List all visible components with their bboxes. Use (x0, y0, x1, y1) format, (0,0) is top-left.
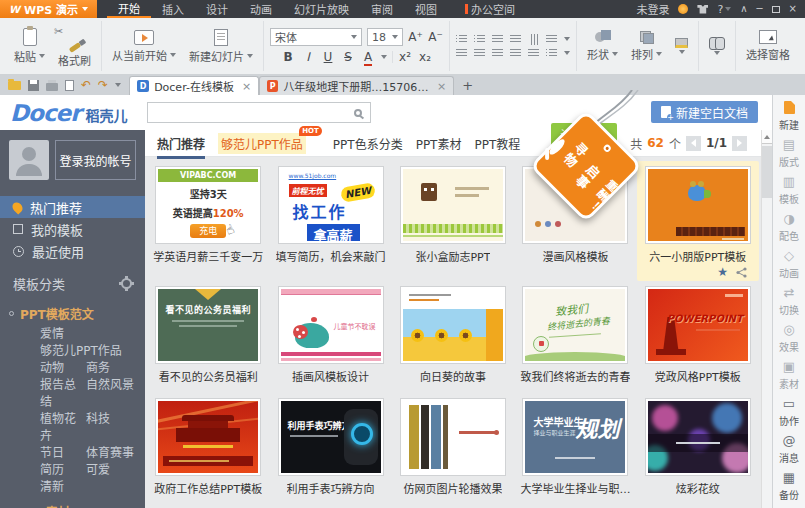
font-size-select[interactable]: 18 (367, 28, 403, 46)
menu-office-space[interactable]: 办公空间 (454, 0, 526, 18)
menu-insert[interactable]: 插入 (151, 0, 195, 18)
category-nature[interactable]: 自然风景 (86, 377, 134, 411)
menu-animation[interactable]: 动画 (239, 0, 283, 18)
panel-item-template[interactable]: ▥模板 (779, 175, 799, 209)
play-from-current-button[interactable]: 从当前开始 (108, 21, 180, 71)
template-card[interactable]: 漫画风格模板 (514, 161, 636, 281)
subscript-button[interactable]: x₂ (418, 50, 433, 64)
print-preview-icon[interactable] (65, 80, 74, 91)
vertical-scrollbar[interactable] (761, 130, 772, 508)
wps-app-menu-button[interactable]: W WPS 演示 (0, 0, 97, 18)
restore-icon[interactable] (772, 6, 780, 13)
gear-icon[interactable] (121, 278, 132, 289)
tab-docer-online-templates[interactable]: D Docer-在线模板 × (129, 76, 259, 95)
qat-more-icon[interactable] (115, 83, 121, 87)
strikethrough-button[interactable]: S (341, 50, 356, 64)
category-report[interactable]: 报告总结 (40, 377, 86, 411)
line-spacing-icon[interactable] (546, 49, 557, 58)
distribute-icon[interactable] (528, 49, 539, 58)
tab-ppt-assets[interactable]: PPT素材 (416, 135, 462, 152)
tab-goufaner-works[interactable]: 够范儿PPT作品 HOT (218, 133, 306, 154)
favorite-star-icon[interactable]: ★ (717, 266, 728, 278)
category-sports[interactable]: 体育赛事 (86, 445, 134, 462)
template-card[interactable]: 张小盒励志PPT (392, 161, 514, 281)
italic-button[interactable]: I (301, 50, 316, 64)
fill-color-button[interactable] (671, 21, 692, 71)
category-tech[interactable]: 科技 (86, 411, 110, 445)
font-color-button[interactable]: A (361, 50, 376, 64)
align-left-icon[interactable] (456, 49, 467, 58)
align-right-icon[interactable] (492, 49, 503, 58)
sidebar-item-recent[interactable]: 最近使用 (0, 240, 145, 262)
template-card[interactable]: 致我们 终将逝去的青春 致我们终将逝去的青春 (514, 281, 636, 393)
sidebar-group-ppt-templates[interactable]: PPT模板范文 (0, 305, 145, 322)
panel-item-layout[interactable]: ▤版式 (779, 138, 799, 172)
open-folder-icon[interactable] (8, 81, 21, 90)
tab-close-icon[interactable]: × (437, 80, 446, 93)
panel-item-collaborate[interactable]: ▭协作 (779, 397, 799, 431)
category-love[interactable]: 爱情 (40, 326, 145, 343)
sidebar-group-ppt-assets[interactable]: PPT素材 (0, 503, 145, 508)
sidebar-item-my-templates[interactable]: 我的模板 (0, 218, 145, 240)
new-tab-button[interactable]: + (454, 78, 481, 93)
justify-icon[interactable] (510, 49, 521, 58)
template-card[interactable]: POWERPOINT 党政风格PPT模板 (637, 281, 759, 393)
template-card[interactable]: 政府工作总结PPT模板 (147, 393, 269, 505)
menu-design[interactable]: 设计 (195, 0, 239, 18)
text-direction-icon[interactable] (529, 34, 538, 45)
bullet-list-icon[interactable] (456, 35, 467, 44)
category-fresh[interactable]: 清新 (40, 479, 145, 496)
template-card[interactable]: 炫彩花纹 (637, 393, 759, 505)
underline-button[interactable]: U (321, 50, 336, 64)
menu-home[interactable]: 开始 (107, 0, 151, 18)
template-card[interactable]: 向日葵的故事 (392, 281, 514, 393)
find-replace-button[interactable] (705, 21, 729, 71)
arrange-button[interactable]: 排列 (627, 21, 666, 71)
template-card-selected[interactable]: 六一小朋版PPT模板 ★ (637, 161, 759, 281)
new-slide-button[interactable]: 新建幻灯片 (185, 21, 257, 71)
next-page-button[interactable] (732, 136, 747, 151)
menu-slideshow[interactable]: 幻灯片放映 (283, 0, 360, 18)
ad-charge-button[interactable]: 充电 (190, 224, 226, 238)
panel-item-animation[interactable]: ◇动画 (779, 249, 799, 283)
category-resume[interactable]: 简历 (40, 462, 86, 479)
panel-item-backup[interactable]: ▦备份 (779, 471, 799, 505)
category-business[interactable]: 商务 (86, 360, 110, 377)
font-color-dropdown-icon[interactable] (381, 55, 387, 59)
increase-indent-icon[interactable] (510, 35, 521, 44)
grow-font-button[interactable]: A⁺ (408, 30, 423, 44)
tab-close-icon[interactable]: × (242, 80, 251, 93)
save-icon[interactable] (28, 80, 39, 91)
print-icon[interactable] (46, 83, 58, 91)
template-card[interactable]: 儿童节不耽误 插画风模板设计 (269, 281, 391, 393)
panel-item-message[interactable]: @消息 (779, 434, 799, 468)
shrink-font-button[interactable]: A⁻ (428, 30, 443, 44)
undo-icon[interactable]: ↶ (81, 79, 91, 91)
tab-ppt-tutorial[interactable]: PPT教程 (474, 135, 520, 152)
panel-item-new[interactable]: 新建 (779, 101, 799, 135)
login-button[interactable]: 登录我的帐号 (55, 140, 136, 180)
template-card[interactable]: 仿网页图片轮播效果 (392, 393, 514, 505)
scroll-up-icon[interactable] (762, 130, 772, 144)
template-card-ad-vipabc[interactable]: VIPABC.COM 坚持3天 英语提高120% 充电 ☝ 学英语月薪三千变一万 (147, 161, 269, 281)
align-center-icon[interactable] (474, 49, 485, 58)
close-icon[interactable]: × (789, 4, 797, 14)
category-goufaner[interactable]: 够范儿PPT作品 (40, 343, 145, 360)
category-plants[interactable]: 植物花卉 (40, 411, 86, 445)
scrollbar-thumb[interactable] (762, 146, 772, 198)
menu-review[interactable]: 审阅 (360, 0, 404, 18)
menu-view[interactable]: 视图 (404, 0, 448, 18)
minimize-icon[interactable]: ─ (757, 4, 763, 14)
new-blank-doc-button[interactable]: 新建空白文档 (651, 101, 758, 123)
format-painter-button[interactable]: 格式刷 (54, 45, 95, 68)
shapes-button[interactable]: 形状 (583, 21, 622, 71)
tab-hot-recommend[interactable]: 热门推荐 (157, 135, 205, 152)
paragraph-more-icon[interactable] (564, 37, 570, 41)
spacing-more-icon[interactable] (564, 51, 570, 55)
help-button[interactable]: ? (717, 3, 731, 16)
skin-theme-icon[interactable] (697, 5, 708, 14)
search-icon[interactable] (354, 109, 362, 117)
decrease-indent-icon[interactable] (492, 35, 503, 44)
numbered-list-icon[interactable] (474, 35, 485, 44)
sidebar-item-hot[interactable]: 热门推荐 (0, 196, 145, 218)
